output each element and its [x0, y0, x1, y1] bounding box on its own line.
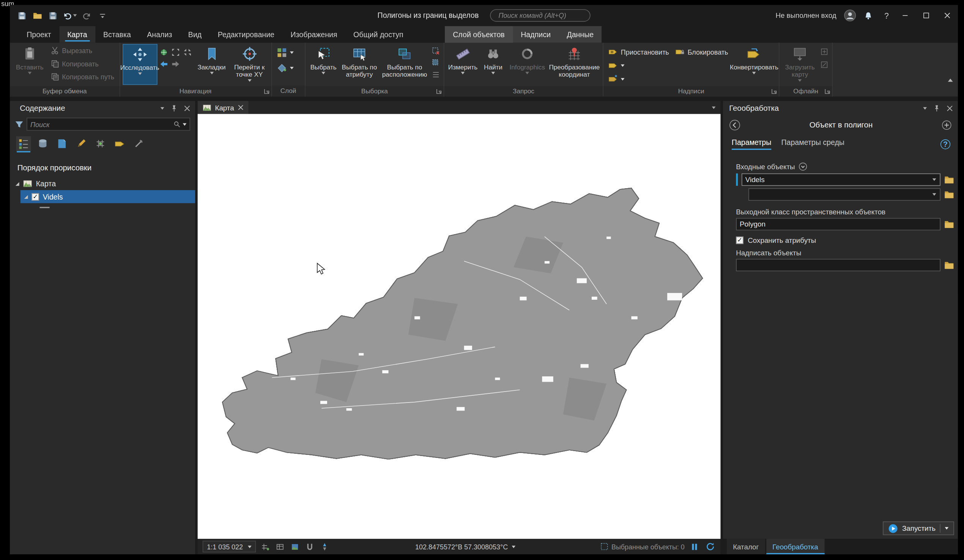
list-by-drawing-order-button[interactable] — [16, 136, 31, 151]
labeling-option-1-button[interactable] — [606, 59, 672, 72]
map-document-tab[interactable]: Карта — [198, 101, 248, 114]
next-extent-button[interactable] — [170, 58, 181, 69]
tab-catalog[interactable]: Каталог — [727, 539, 765, 554]
panel-menu-chevron-icon[interactable] — [161, 107, 164, 110]
snapping-toggle-button[interactable] — [305, 540, 315, 552]
dialog-launcher-icon[interactable] — [772, 88, 777, 94]
customize-quick-access-button[interactable] — [95, 8, 109, 23]
command-search-input[interactable] — [499, 12, 587, 20]
help-button[interactable]: ? — [879, 11, 894, 20]
undo-button[interactable] — [62, 8, 78, 23]
locate-button[interactable]: Найти — [480, 44, 506, 85]
tab-insert[interactable]: Вставка — [95, 26, 139, 43]
explore-button[interactable]: Исследовать — [122, 44, 157, 85]
measure-button[interactable]: Измерить — [447, 44, 479, 85]
tab-parameters[interactable]: Параметры — [732, 138, 771, 150]
copy-button[interactable]: Копировать — [48, 57, 117, 70]
convert-labels-button[interactable]: Конвертировать — [732, 44, 777, 85]
add-data-button[interactable] — [274, 62, 296, 74]
browse-folder-icon[interactable] — [944, 220, 954, 229]
tab-environments[interactable]: Параметры среды — [781, 138, 844, 150]
refresh-view-button[interactable] — [704, 540, 715, 552]
tree-item-map[interactable]: Карта — [10, 177, 195, 190]
pause-labels-button[interactable]: Приостановить — [606, 45, 672, 58]
sync-map-button[interactable] — [819, 46, 830, 57]
layer-visibility-checkbox[interactable] — [31, 193, 39, 200]
fixed-zoom-in-button[interactable] — [170, 46, 181, 57]
chevron-down-icon[interactable] — [944, 527, 948, 530]
close-icon[interactable] — [238, 105, 243, 111]
command-search[interactable] — [490, 9, 590, 22]
map-view[interactable] — [198, 114, 721, 539]
tab-map[interactable]: Карта — [59, 26, 95, 43]
attribute-table-button[interactable] — [274, 540, 285, 552]
save-as-button[interactable] — [46, 8, 60, 23]
list-by-data-source-button[interactable] — [35, 136, 50, 151]
north-orientation-button[interactable] — [319, 540, 330, 552]
tab-labeling[interactable]: Надписи — [513, 26, 559, 43]
pause-drawing-button[interactable] — [692, 543, 697, 549]
labeling-option-2-button[interactable] — [606, 72, 672, 85]
dialog-launcher-icon[interactable] — [436, 88, 442, 94]
save-project-button[interactable] — [15, 8, 28, 23]
tree-item-videls[interactable]: Videls — [21, 190, 195, 203]
tab-feature-layer[interactable]: Слой объектов — [445, 26, 513, 43]
fixed-zoom-out-button[interactable] — [182, 46, 193, 57]
select-by-location-button[interactable]: Выбрать по расположению — [380, 44, 430, 85]
full-extent-button[interactable] — [158, 46, 169, 57]
download-map-button[interactable]: Загрузить карту — [782, 44, 818, 85]
filter-icon[interactable] — [15, 120, 24, 129]
list-by-labeling-button[interactable] — [112, 136, 127, 151]
keep-attributes-checkbox[interactable] — [736, 237, 744, 244]
select-button[interactable]: Выбрать — [308, 44, 339, 85]
select-by-attribute-button[interactable]: Выбрать по атрибуту — [340, 44, 378, 85]
tab-edit[interactable]: Редактирование — [210, 26, 283, 43]
open-project-button[interactable] — [30, 8, 44, 23]
minimize-button[interactable] — [894, 5, 916, 26]
tool-help-button[interactable]: ? — [940, 139, 950, 149]
maximize-button[interactable] — [916, 5, 937, 26]
browse-folder-icon[interactable] — [944, 190, 954, 199]
list-by-perspective-button[interactable] — [131, 136, 146, 151]
tab-project[interactable]: Проект — [19, 26, 59, 43]
coordinates-readout[interactable]: 102.8475572°В 57.3008053°С — [415, 543, 515, 550]
account-button[interactable] — [843, 8, 857, 23]
output-feature-class-input[interactable] — [736, 218, 940, 231]
contents-search-box[interactable] — [26, 117, 190, 130]
tab-imagery[interactable]: Изображения — [282, 26, 345, 43]
cut-button[interactable]: Вырезать — [48, 44, 117, 57]
clear-selection-button[interactable] — [431, 46, 441, 57]
label-features-value[interactable] — [740, 261, 939, 269]
tab-share[interactable]: Общий доступ — [345, 26, 411, 43]
output-feature-class-value[interactable] — [740, 220, 939, 228]
selected-features-status[interactable]: Выбранные объекты: 0 — [601, 542, 685, 550]
back-arrow-icon[interactable] — [729, 119, 740, 130]
expand-triangle-icon[interactable] — [16, 182, 20, 186]
lock-labels-button[interactable]: Блокировать — [673, 45, 731, 58]
bookmarks-button[interactable]: Закладки — [194, 44, 229, 85]
remove-map-button[interactable] — [819, 60, 830, 70]
copy-path-button[interactable]: Копировать путь — [48, 70, 117, 83]
expand-parameter-icon[interactable] — [798, 163, 807, 171]
close-icon[interactable] — [184, 106, 190, 112]
input-features-value-2[interactable] — [752, 191, 930, 199]
browse-folder-icon[interactable] — [944, 175, 954, 184]
close-icon[interactable] — [946, 106, 953, 112]
collapse-ribbon-icon[interactable] — [948, 78, 953, 81]
dialog-launcher-icon[interactable] — [264, 88, 269, 94]
redo-button[interactable] — [80, 8, 94, 23]
pin-icon[interactable] — [933, 105, 940, 112]
list-by-selection-button[interactable] — [55, 136, 70, 151]
input-features-combobox[interactable] — [742, 173, 940, 186]
coordinate-conversion-button[interactable]: Преобразование координат — [549, 44, 601, 85]
input-features-combobox-2[interactable] — [748, 188, 940, 201]
run-button[interactable]: Запустить — [883, 521, 954, 535]
close-window-button[interactable] — [937, 5, 958, 26]
tab-data[interactable]: Данные — [559, 26, 602, 43]
basemap-button[interactable] — [274, 46, 296, 59]
input-features-value[interactable] — [746, 176, 930, 184]
label-features-input[interactable] — [736, 259, 940, 271]
paste-button[interactable]: Вставить — [13, 44, 47, 85]
browse-folder-icon[interactable] — [944, 260, 954, 269]
scale-combobox[interactable]: 1:1 035 022 — [203, 540, 256, 552]
